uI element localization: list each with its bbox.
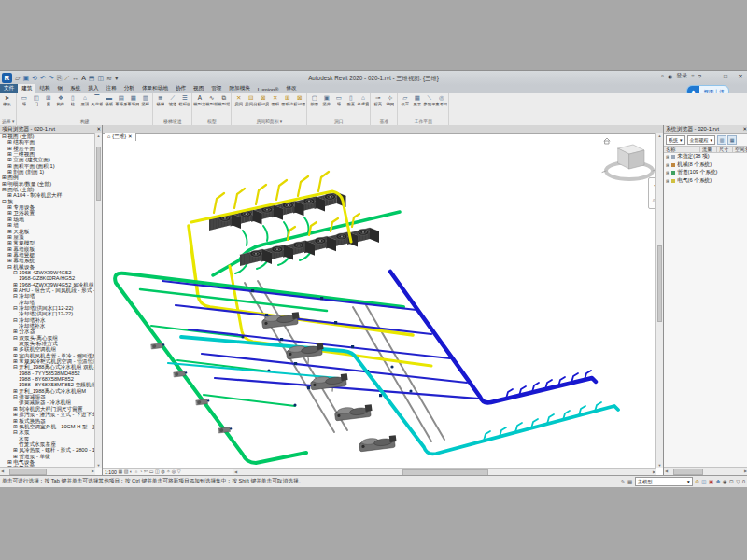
viewcube[interactable] xyxy=(602,138,656,179)
ribbon-button[interactable]: ▣ 竖井 xyxy=(320,94,332,106)
ribbon-button[interactable]: ⊟ 房间分隔 xyxy=(245,94,257,106)
ribbon-button[interactable]: ▱ 设置 xyxy=(399,94,411,106)
view-control-icon[interactable]: ◫ xyxy=(155,469,160,475)
qat-button[interactable]: A xyxy=(81,72,86,84)
signin-button[interactable]: 登录 xyxy=(676,72,687,80)
view-control-icon[interactable]: ▧ xyxy=(124,469,129,475)
status-icon[interactable]: ▣ xyxy=(709,477,713,486)
ribbon-button[interactable]: ▦ 显示 xyxy=(411,94,423,106)
condenser-water-loop[interactable] xyxy=(115,273,403,463)
view-control-icon[interactable]: ◎ xyxy=(172,469,176,475)
ribbon-button[interactable]: ⊸ 标高 xyxy=(372,94,384,106)
ribbon-tab[interactable]: 协作 xyxy=(172,84,190,93)
revit-logo-icon[interactable]: R xyxy=(2,73,12,83)
ribbon-button[interactable]: ▯ 柱 xyxy=(66,94,78,106)
qat-button[interactable]: ▣ xyxy=(22,72,29,84)
expand-icon[interactable]: ⊞ xyxy=(666,162,669,168)
ribbon-tab[interactable]: 附加模块 xyxy=(225,84,253,93)
ribbon-button[interactable]: ▭ 墙 xyxy=(332,94,345,106)
system-browser-row[interactable]: ⊞ 电气(6 个系统) xyxy=(664,177,747,186)
ribbon-tab[interactable]: 系统 xyxy=(66,84,84,93)
ribbon-button[interactable]: ⊞ 面积边界 xyxy=(281,94,293,106)
ribbon-tab[interactable]: 修改 xyxy=(282,84,300,93)
ribbon-tab[interactable]: 结构 xyxy=(35,84,53,93)
view-control-icon[interactable]: ✧ xyxy=(166,469,170,475)
tree-item[interactable]: ⊟ 开利_1988离心式冷水机组 双机头型 xyxy=(0,364,95,370)
system-browser-hscrollbar[interactable]: ◀▶ xyxy=(664,467,747,475)
system-browser-row[interactable]: ⊞ 未指定(38 项) xyxy=(664,153,747,161)
column-header[interactable]: 尺寸 xyxy=(717,146,733,153)
system-browser-header[interactable]: 系统浏览器 - 020-1.rvt ✕ xyxy=(664,125,747,134)
ribbon-button[interactable]: ▦ 幕墙网格 xyxy=(127,94,139,106)
ribbon-tab[interactable]: Lumion® xyxy=(254,86,282,93)
status-icon[interactable]: ◫ xyxy=(701,477,706,486)
system-browser-row[interactable]: ⊞ 机械(8 个系统) xyxy=(664,161,747,170)
ribbon-button[interactable]: ▤ 幕墙系统 xyxy=(115,94,127,106)
view-control-icon[interactable]: ◍ xyxy=(161,469,164,475)
ribbon-button[interactable]: ▬ 楼板 xyxy=(103,94,115,106)
qat-button[interactable]: ▾ xyxy=(115,72,119,84)
ribbon-button[interactable]: ≣ 楼梯 xyxy=(154,94,166,106)
ribbon-button[interactable]: ⊹ 轴网 xyxy=(384,94,396,106)
ribbon-button[interactable]: ➤ 修改 xyxy=(1,94,13,106)
ribbon-button[interactable]: ⌂ 老虎窗 xyxy=(357,94,369,106)
ribbon-button[interactable]: ⌂ 屋顶 xyxy=(78,94,91,106)
view-control-icon[interactable]: ▽ xyxy=(177,469,181,475)
tree-item[interactable]: ⊞ 风冷热泵 - 螺杆 - 形式 - 2800 - 14000 kW xyxy=(0,447,95,453)
qat-button[interactable]: ↷ xyxy=(49,72,54,84)
view-control-icon[interactable]: ▦ xyxy=(118,469,122,475)
ribbon-button[interactable]: ⟍ 参照平面 xyxy=(423,94,435,106)
qat-button[interactable]: ↔ xyxy=(72,72,78,84)
drawing-hscrollbar[interactable]: ◀▶ xyxy=(233,468,656,475)
design-options-dropdown[interactable]: 主模型 ▾ xyxy=(635,477,693,486)
project-browser-hscrollbar[interactable]: ◀▶ xyxy=(0,467,95,475)
qat-button[interactable]: ⎘ xyxy=(57,72,63,84)
column-header[interactable]: 空间名称 xyxy=(733,146,747,153)
close-icon[interactable]: ✕ xyxy=(96,125,101,133)
ribbon-button[interactable]: ⧉ 模型组 xyxy=(218,94,230,106)
minimize-button[interactable]: – xyxy=(705,73,716,79)
system-browser-row[interactable]: ⊞ 管道(109 个系统) xyxy=(664,169,747,177)
ribbon-button[interactable]: ❖ 构件 xyxy=(54,94,66,106)
column-header[interactable]: 流量 xyxy=(700,146,717,153)
status-icon[interactable]: ✥ xyxy=(716,477,721,486)
filter-dropdown[interactable]: 全部规程▾ xyxy=(687,135,716,145)
close-icon[interactable]: ✕ xyxy=(742,125,747,133)
search-icon[interactable]: ⌕ xyxy=(661,73,664,79)
status-icon[interactable]: ✎ xyxy=(621,477,626,486)
column-header[interactable]: 名称 xyxy=(664,146,700,153)
qat-button[interactable]: ⟲ xyxy=(32,72,37,84)
qat-button[interactable]: ⟋ xyxy=(64,72,69,84)
ribbon-button[interactable]: A 模型文字 xyxy=(193,94,205,106)
status-icon[interactable]: ▦ xyxy=(627,477,632,486)
toolbar-icon[interactable]: ▥ xyxy=(717,135,726,145)
status-icon[interactable]: ⊡ xyxy=(729,477,734,486)
filter-icon[interactable]: ▽ xyxy=(736,479,740,484)
view-control-icon[interactable]: ▭ xyxy=(149,469,154,475)
drawing-vscrollbar[interactable]: ▲▼ xyxy=(655,133,663,468)
model-3d-view[interactable] xyxy=(103,133,656,468)
ribbon-button[interactable]: ▢ 按面 xyxy=(308,94,320,106)
ribbon-tab[interactable]: 钢 xyxy=(54,84,67,93)
close-button[interactable]: ✕ xyxy=(735,73,746,80)
tree-item[interactable]: ⊞ 排污泵 - 潜污泵 - 立式 - 下进下出 xyxy=(0,412,95,417)
qat-button[interactable]: ≋ xyxy=(106,72,112,84)
ribbon-tab[interactable]: 注释 xyxy=(103,84,120,93)
ribbon-tab[interactable]: 体量和场地 xyxy=(138,84,172,93)
ribbon-button[interactable]: ☰ 栏杆扶手 xyxy=(178,94,190,106)
ribbon-tab[interactable]: 视图 xyxy=(190,84,207,93)
ribbon-button[interactable]: ⟋ 坡道 xyxy=(166,94,178,106)
qat-button[interactable]: ◫ xyxy=(97,72,104,84)
ribbon-button[interactable]: ✕ 房间 xyxy=(233,94,245,106)
status-icon[interactable]: ◉ xyxy=(723,477,727,486)
view-control-icon[interactable]: ✄ xyxy=(144,469,148,475)
ribbon-tab[interactable]: 文件 xyxy=(0,84,18,93)
project-browser-vscrollbar[interactable]: ▲▼ xyxy=(94,133,102,468)
ribbon-button[interactable]: ▯ 垂直 xyxy=(345,94,357,106)
qat-button[interactable]: ⬒ xyxy=(89,72,95,84)
ribbon-button[interactable]: ▥ 竖梃 xyxy=(139,94,151,106)
scale-button[interactable]: 1:100 xyxy=(105,469,117,475)
qat-button[interactable]: ▱ xyxy=(15,72,20,84)
expand-icon[interactable]: ⊞ xyxy=(666,178,669,184)
status-icon[interactable]: ⊘ xyxy=(695,477,699,486)
